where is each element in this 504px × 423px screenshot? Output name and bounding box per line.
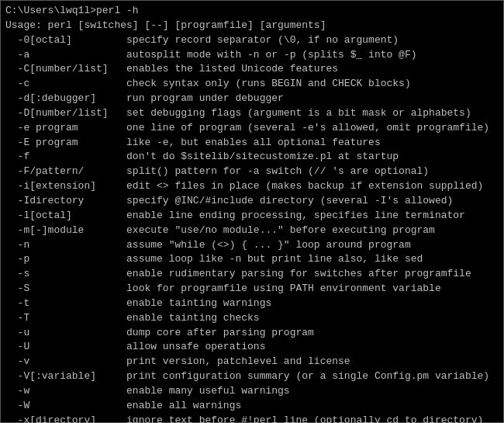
terminal-line: -f don't do $sitelib/sitecustomize.pl at…: [5, 150, 499, 165]
terminal-line: -v print version, patchlevel and license: [5, 355, 499, 369]
terminal-line: -u dump core after parsing program: [5, 326, 499, 341]
terminal-line: -x[directory] ignore text before #!perl …: [5, 414, 499, 423]
terminal-line: -V[:variable] print configuration summar…: [5, 369, 499, 384]
terminal-line: -n assume "while (<>) { ... }" loop arou…: [5, 238, 499, 253]
terminal-line: -C[number/list] enables the listed Unico…: [5, 62, 499, 77]
terminal-line: -U allow unsafe operations: [5, 340, 499, 355]
terminal-line: -F/pattern/ split() pattern for -a switc…: [5, 165, 499, 179]
terminal-line: -m[-]module execute "use/no module..." b…: [5, 224, 499, 238]
terminal-line: -i[extension] edit <> files in place (ma…: [5, 179, 499, 194]
terminal-window: C:\Users\lwq1l>perl -h Usage: perl [swit…: [0, 0, 504, 423]
terminal-line: -p assume loop like -n but print line al…: [5, 252, 499, 267]
terminal-line: -a autosplit mode with -n or -p (splits …: [5, 48, 499, 63]
terminal-line: Usage: perl [switches] [--] [programfile…: [5, 19, 499, 33]
terminal-line: -E program like -e, but enables all opti…: [5, 136, 499, 151]
terminal-line: -s enable rudimentary parsing for switch…: [5, 267, 499, 282]
terminal-line: -d[:debugger] run program under debugger: [5, 92, 499, 106]
terminal-line: -D[number/list] set debugging flags (arg…: [5, 106, 499, 121]
terminal-line: -e program one line of program (several …: [5, 121, 499, 136]
terminal-line: -T enable tainting checks: [5, 311, 499, 326]
terminal-line: -w enable many useful warnings: [5, 384, 499, 399]
terminal-line: -c check syntax only (runs BEGIN and CHE…: [5, 77, 499, 92]
prompt-line: C:\Users\lwq1l>perl -h: [5, 4, 499, 19]
terminal-line: -S look for programfile using PATH envir…: [5, 282, 499, 296]
terminal-line: -0[octal] specify record separator (\0, …: [5, 33, 499, 48]
terminal-line: -l[octal] enable line ending processing,…: [5, 209, 499, 224]
terminal-line: -t enable tainting warnings: [5, 296, 499, 311]
terminal-line: -W enable all warnings: [5, 399, 499, 414]
terminal-line: -Idirectory specify @INC/#include direct…: [5, 194, 499, 209]
